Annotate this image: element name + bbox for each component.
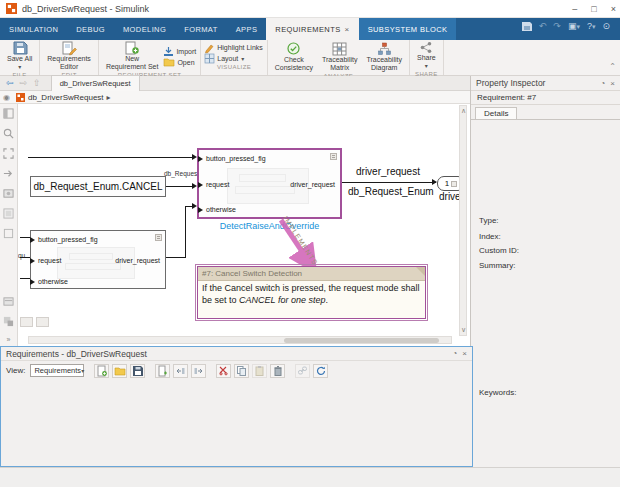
ribbon-group-edit: RequirementsEditor EDIT bbox=[40, 40, 99, 75]
tab-details[interactable]: Details bbox=[475, 107, 517, 119]
signal-wire[interactable] bbox=[166, 257, 185, 258]
tab-modeling[interactable]: MODELING bbox=[114, 18, 175, 40]
subsystem-block-lower[interactable]: button_pressed_flg request otherwise dri… bbox=[30, 230, 166, 289]
annotation-fold-icon bbox=[416, 267, 425, 276]
canvas-palette: » bbox=[0, 104, 18, 346]
traceability-matrix-button[interactable]: TraceabilityMatrix bbox=[319, 42, 361, 73]
subsystem-block-detectraiseandoverride[interactable]: button_pressed_flg request otherwise dri… bbox=[197, 148, 342, 219]
requirement-header: Requirement: #7 bbox=[471, 91, 620, 105]
zoom-icon[interactable] bbox=[3, 128, 14, 139]
demote-icon bbox=[194, 367, 203, 375]
panel-close-icon[interactable]: × bbox=[610, 79, 615, 88]
tab-subsystem-block[interactable]: SUBSYSTEM BLOCK bbox=[359, 18, 457, 40]
forward-icon[interactable]: ⇨ bbox=[20, 78, 28, 88]
breadcrumb[interactable]: db_DriverSwRequest bbox=[28, 93, 104, 102]
open-button[interactable]: Open bbox=[164, 58, 196, 66]
sample-time-legend-icon[interactable] bbox=[3, 296, 14, 307]
tab-requirements[interactable]: REQUIREMENTS × bbox=[266, 18, 358, 40]
requirements-editor-button[interactable]: RequirementsEditor bbox=[44, 41, 94, 72]
close-button[interactable]: × bbox=[611, 4, 616, 14]
maximize-button[interactable]: □ bbox=[591, 4, 596, 14]
outport-name-label[interactable]: driver_request bbox=[439, 191, 459, 202]
inport-arrow bbox=[198, 156, 203, 162]
palette-expand-icon[interactable]: » bbox=[7, 336, 11, 343]
annotation-body: If the Cancel switch is pressed, the req… bbox=[198, 281, 425, 308]
panel-menu-icon[interactable]: ◔ bbox=[600, 79, 605, 88]
tab-apps[interactable]: APPS bbox=[227, 18, 267, 40]
delete-button[interactable] bbox=[270, 364, 285, 378]
panel-close-icon[interactable]: × bbox=[462, 349, 467, 358]
panel-menu-icon[interactable]: ◔ bbox=[452, 349, 457, 358]
screenshot-icon[interactable]: ▣▾ bbox=[568, 21, 580, 31]
hide-explorer-eye-icon[interactable]: ◉ bbox=[0, 93, 13, 102]
new-requirement-set-button[interactable]: NewRequirement Set bbox=[103, 41, 162, 72]
copy-button[interactable] bbox=[234, 364, 249, 378]
paste-icon bbox=[255, 366, 264, 376]
import-button[interactable]: Import bbox=[164, 47, 196, 56]
badges-button[interactable] bbox=[36, 317, 49, 327]
constant-block-db-request-enum-cancel[interactable]: db_Request_Enum.CANCEL bbox=[30, 176, 166, 197]
port-label: otherwise bbox=[38, 278, 68, 285]
requirement-annotation[interactable]: #7: Cancel Switch Detection If the Cance… bbox=[197, 266, 426, 319]
browser-toggle-icon[interactable] bbox=[3, 108, 14, 119]
direction-icon[interactable] bbox=[3, 168, 14, 179]
signal-wire[interactable] bbox=[185, 206, 186, 258]
traceability-diagram-button[interactable]: TraceabilityDiagram bbox=[363, 42, 405, 73]
paste-button[interactable] bbox=[252, 364, 267, 378]
minimize-button[interactable]: – bbox=[572, 4, 577, 14]
canvas-horizontal-scrollbar[interactable] bbox=[28, 336, 452, 344]
canvas-vertical-scrollbar[interactable]: ∧ ∨ bbox=[459, 105, 467, 336]
breadcrumb-arrow-icon[interactable]: ▸ bbox=[107, 93, 111, 102]
document-tab[interactable]: db_DriverSwRequest bbox=[51, 75, 140, 91]
fit-to-view-icon[interactable] bbox=[3, 148, 14, 159]
tab-simulation[interactable]: SIMULATION bbox=[0, 18, 67, 40]
link-settings-button[interactable] bbox=[295, 364, 310, 378]
signal-wire[interactable] bbox=[166, 186, 193, 187]
signal-wire[interactable] bbox=[20, 257, 30, 258]
redo-icon[interactable]: ↷ bbox=[553, 21, 561, 31]
model-data-editor-icon[interactable] bbox=[3, 316, 14, 327]
help-icon[interactable]: ?▾ bbox=[587, 21, 596, 31]
quick-save-icon[interactable] bbox=[522, 22, 532, 31]
signal-label-driver-request[interactable]: driver_request bbox=[356, 166, 420, 177]
signal-wire[interactable] bbox=[20, 237, 30, 238]
annotation-tool-icon[interactable] bbox=[3, 228, 14, 239]
signal-type-label[interactable]: db_Request_Enum bbox=[348, 186, 434, 197]
type-label: Type: bbox=[479, 216, 499, 225]
open-requirement-set-button[interactable] bbox=[112, 364, 127, 378]
collapse-ribbon-icon[interactable]: ⌃ bbox=[609, 62, 616, 71]
view-select[interactable]: Requirements▾ bbox=[30, 364, 84, 377]
requirement-badge-icon[interactable] bbox=[330, 153, 337, 160]
tab-format[interactable]: FORMAT bbox=[175, 18, 227, 40]
signal-wire[interactable] bbox=[28, 157, 193, 158]
custom-id-label: Custom ID: bbox=[479, 246, 519, 255]
save-all-button[interactable]: Save All▾ bbox=[4, 41, 35, 72]
tab-debug[interactable]: DEBUG bbox=[67, 18, 114, 40]
outport-block[interactable]: 1 bbox=[437, 176, 459, 191]
back-icon[interactable]: ⇦ bbox=[6, 78, 14, 88]
undo-icon[interactable]: ↶ bbox=[539, 21, 547, 31]
share-button[interactable]: Share▾ bbox=[414, 41, 439, 71]
demote-requirement-button[interactable] bbox=[191, 364, 206, 378]
refresh-button[interactable] bbox=[313, 364, 328, 378]
signal-wire[interactable] bbox=[342, 182, 436, 183]
close-requirements-tab-icon[interactable]: × bbox=[345, 25, 350, 34]
check-consistency-button[interactable]: CheckConsistency bbox=[272, 41, 316, 73]
document-tab-bar: ⇦ ⇨ ⇧ db_DriverSwRequest bbox=[0, 76, 470, 91]
screenshot-region-icon[interactable] bbox=[3, 188, 14, 199]
keywords-label: Keywords: bbox=[479, 388, 516, 397]
new-requirement-set-button[interactable] bbox=[94, 364, 109, 378]
save-requirement-set-button[interactable] bbox=[130, 364, 145, 378]
quick-access-toolbar: ↶ ↷ ▣▾ ?▾ ⊙ bbox=[522, 21, 610, 31]
up-icon[interactable]: ⇧ bbox=[33, 78, 41, 88]
signal-wire[interactable] bbox=[20, 278, 30, 279]
viewmarks-icon[interactable] bbox=[3, 208, 14, 219]
requirement-badge-icon[interactable] bbox=[155, 234, 162, 241]
highlight-links-button[interactable]: Highlight Links bbox=[205, 43, 263, 52]
cut-button[interactable] bbox=[216, 364, 231, 378]
promote-requirement-button[interactable] bbox=[173, 364, 188, 378]
search-doc-icon[interactable]: ⊙ bbox=[602, 21, 610, 31]
add-requirement-button[interactable] bbox=[155, 364, 170, 378]
layout-button[interactable]: Layout▾ bbox=[205, 54, 263, 63]
legend-button[interactable] bbox=[20, 317, 33, 327]
